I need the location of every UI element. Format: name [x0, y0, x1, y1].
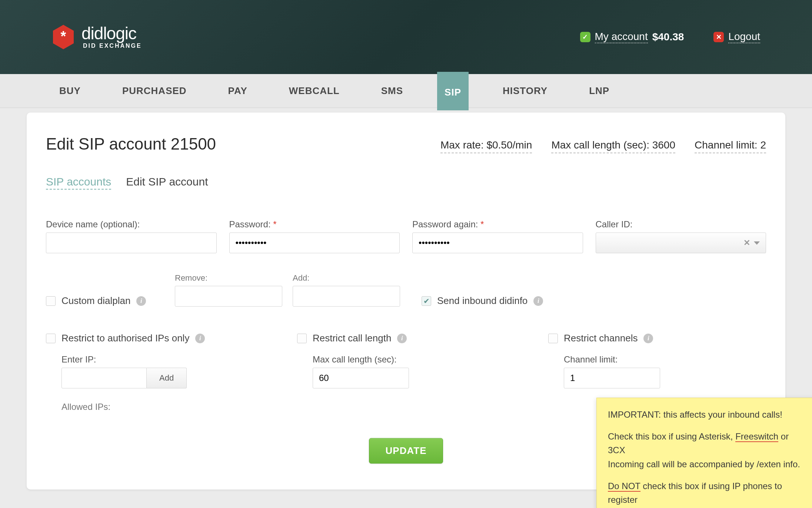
add-label: Add:: [293, 273, 400, 283]
channel-limit-field: Channel limit:: [548, 354, 766, 388]
logo-hexagon-icon: *: [52, 24, 75, 50]
my-account-link[interactable]: My account: [595, 31, 648, 43]
restrict-channels-checkbox[interactable]: [548, 334, 558, 343]
meta-max-rate[interactable]: Max rate: $0.50/min: [440, 139, 532, 153]
info-icon[interactable]: i: [643, 334, 653, 343]
brand-tagline: DID EXCHANGE: [83, 43, 142, 49]
max-call-length-label: Max call length (sec):: [313, 354, 515, 365]
nav-webcall[interactable]: WEBCALL: [282, 74, 347, 107]
logo[interactable]: * didlogic DID EXCHANGE: [52, 24, 142, 50]
custom-dialplan-label: Custom dialplan: [61, 295, 130, 307]
meta-max-call-length[interactable]: Max call length (sec): 3600: [551, 139, 675, 153]
send-inbound-checkbox[interactable]: [422, 296, 431, 306]
password-again-input[interactable]: [412, 233, 583, 253]
page-title: Edit SIP account 21500: [46, 135, 216, 153]
custom-dialplan-wrap: Custom dialplan i: [46, 295, 164, 307]
send-inbound-label: Send inbound didinfo: [437, 295, 528, 307]
tooltip-line1: IMPORTANT: this affects your inbound cal…: [608, 408, 807, 421]
custom-dialplan-checkbox[interactable]: [46, 296, 56, 306]
nav-sip[interactable]: SIP: [437, 72, 469, 110]
remove-label: Remove:: [175, 273, 282, 283]
enter-ip-input[interactable]: [61, 368, 147, 388]
info-icon[interactable]: i: [397, 334, 407, 343]
restrict-ips-label: Restrict to authorised IPs only: [61, 332, 189, 344]
breadcrumb-current: Edit SIP account: [126, 176, 208, 190]
add-ip-button[interactable]: Add: [147, 368, 187, 388]
nav-pay[interactable]: PAY: [221, 74, 255, 107]
restrict-ips-checkbox[interactable]: [46, 334, 56, 343]
restrict-length-label: Restrict call length: [313, 332, 391, 344]
max-call-length-field: Max call length (sec):: [297, 354, 515, 388]
field-remove: Remove:: [175, 273, 282, 307]
form-row-credentials: Device name (optional): Password: * Pass…: [46, 219, 766, 253]
breadcrumb-sip-accounts[interactable]: SIP accounts: [46, 176, 111, 190]
brand-name: didlogic: [81, 25, 142, 42]
page-meta: Max rate: $0.50/min Max call length (sec…: [440, 139, 766, 153]
logo-text: didlogic DID EXCHANGE: [81, 25, 142, 49]
svg-text:*: *: [61, 29, 66, 44]
meta-channel-limit[interactable]: Channel limit: 2: [695, 139, 766, 153]
account-balance: $40.38: [652, 31, 684, 43]
field-password: Password: *: [229, 219, 400, 253]
device-name-label: Device name (optional):: [46, 219, 217, 230]
logout-group: ✕ Logout: [713, 31, 760, 43]
restrict-length-wrap: Restrict call length i: [297, 332, 515, 344]
restrict-channels-label: Restrict channels: [564, 332, 638, 344]
content-card: Edit SIP account 21500 Max rate: $0.50/m…: [27, 113, 785, 489]
password-input[interactable]: [229, 233, 400, 253]
channel-limit-input[interactable]: [564, 368, 660, 388]
max-call-length-input[interactable]: [313, 368, 409, 388]
form-row-dialplan: Custom dialplan i Remove: Add: Send inbo…: [46, 273, 766, 307]
password-again-label: Password again: *: [412, 219, 583, 230]
restrict-ips-wrap: Restrict to authorised IPs only i: [46, 332, 264, 344]
info-icon[interactable]: i: [195, 334, 205, 343]
col-restrict-length: Restrict call length i Max call length (…: [297, 332, 515, 412]
add-input[interactable]: [293, 286, 400, 307]
field-device-name: Device name (optional):: [46, 219, 217, 253]
chevron-down-icon: [754, 241, 760, 245]
nav-lnp[interactable]: LNP: [582, 74, 617, 107]
restrict-channels-wrap: Restrict channels i: [548, 332, 766, 344]
close-icon: ✕: [713, 32, 724, 42]
send-inbound-wrap: Send inbound didinfo i: [410, 295, 766, 307]
field-add: Add:: [293, 273, 400, 307]
nav-purchased[interactable]: PURCHASED: [115, 74, 194, 107]
main-nav: BUY PURCHASED PAY WEBCALL SMS SIP HISTOR…: [0, 74, 812, 108]
ip-row: Add: [61, 368, 264, 388]
enter-ip-label: Enter IP:: [61, 354, 264, 365]
field-caller-id: Caller ID: ✕: [596, 219, 766, 253]
allowed-ips-label: Allowed IPs:: [61, 402, 264, 412]
tooltip-line2: Check this box if using Asterisk, Freesw…: [608, 430, 807, 471]
remove-input[interactable]: [175, 286, 282, 307]
nav-buy[interactable]: BUY: [52, 74, 88, 107]
check-icon: ✓: [580, 32, 590, 42]
nav-sms[interactable]: SMS: [374, 74, 410, 107]
info-icon[interactable]: i: [533, 296, 543, 306]
clear-icon[interactable]: ✕: [743, 238, 750, 248]
didinfo-tooltip: IMPORTANT: this affects your inbound cal…: [596, 398, 812, 508]
page-head: Edit SIP account 21500 Max rate: $0.50/m…: [46, 135, 766, 153]
channel-limit-label: Channel limit:: [564, 354, 766, 365]
enter-ip-field: Enter IP: Add Allowed IPs:: [46, 354, 264, 412]
header-right: ✓ My account $40.38 ✕ Logout: [580, 31, 760, 43]
account-group: ✓ My account $40.38: [580, 31, 684, 43]
breadcrumb: SIP accounts Edit SIP account: [46, 176, 766, 190]
logout-link[interactable]: Logout: [728, 31, 760, 43]
caller-id-label: Caller ID:: [596, 219, 766, 230]
device-name-input[interactable]: [46, 233, 217, 253]
field-password-again: Password again: *: [412, 219, 583, 253]
password-label: Password: *: [229, 219, 400, 230]
update-button[interactable]: UPDATE: [369, 438, 443, 464]
restrict-length-checkbox[interactable]: [297, 334, 307, 343]
col-restrict-ips: Restrict to authorised IPs only i Enter …: [46, 332, 264, 412]
app-header: * didlogic DID EXCHANGE ✓ My account $40…: [0, 0, 812, 74]
nav-history[interactable]: HISTORY: [495, 74, 555, 107]
tooltip-line3: Do NOT check this box if using IP phones…: [608, 479, 807, 508]
info-icon[interactable]: i: [136, 296, 146, 306]
caller-id-select[interactable]: ✕: [596, 233, 766, 253]
